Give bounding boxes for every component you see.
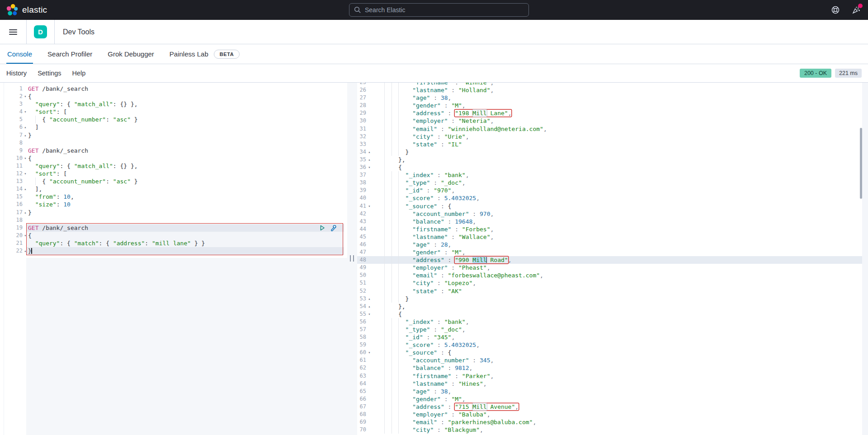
code-line[interactable]: 56 "_index" : "bank", — [357, 318, 868, 326]
code-line[interactable]: 62 "balance" : 9812, — [357, 364, 868, 372]
code-line[interactable]: 45 "lastname" : "Wallace", — [357, 233, 868, 241]
help-life-ring-icon[interactable] — [831, 5, 840, 14]
menu-hamburger-icon[interactable] — [9, 29, 17, 35]
fold-toggle-icon[interactable]: ▴ — [23, 209, 28, 216]
code-line[interactable]: 61 "account_number" : 345, — [357, 356, 868, 364]
code-line[interactable]: 49 "employer" : "Pheast", — [357, 264, 868, 271]
code-line[interactable]: 46 "age" : 28, — [357, 241, 868, 248]
code-line[interactable]: 3 "query": { "match_all": {} }, — [0, 100, 347, 108]
code-line[interactable]: 31 "email" : "winnieholland@neteria.com"… — [357, 125, 868, 133]
fold-toggle-icon[interactable]: ▴ — [366, 148, 373, 156]
tab-grok-debugger[interactable]: Grok Debugger — [107, 44, 155, 64]
code-line[interactable]: 10▾{ — [0, 154, 347, 162]
code-line[interactable]: 28 "gender" : "M", — [357, 102, 868, 109]
code-line[interactable]: 33 "state" : "IL" — [357, 140, 868, 148]
code-line[interactable]: 12▾ "sort": [ — [0, 170, 347, 178]
fold-toggle-icon[interactable]: ▾ — [23, 108, 28, 116]
fold-toggle-icon[interactable]: ▾ — [366, 164, 373, 171]
code-line[interactable]: 58 "_id" : "345", — [357, 333, 868, 341]
fold-toggle-icon[interactable]: ▾ — [23, 154, 28, 162]
fold-toggle-icon[interactable]: ▴ — [23, 131, 28, 139]
newsfeed-party-popper-icon[interactable] — [852, 5, 861, 14]
code-line[interactable]: 55▾ { — [357, 310, 868, 318]
code-line[interactable]: 69 "email" : "parkerhines@baluba.com", — [357, 418, 868, 426]
code-line[interactable]: 20▾{ — [0, 232, 347, 239]
fold-toggle-icon[interactable]: ▴ — [366, 303, 373, 310]
fold-toggle-icon[interactable]: ▾ — [23, 232, 28, 239]
code-line[interactable]: 53▴ } — [357, 295, 868, 303]
splitter-grab-handle[interactable] — [350, 255, 354, 262]
code-line[interactable]: 8 — [0, 139, 347, 147]
fold-toggle-icon[interactable]: ▾ — [23, 93, 28, 100]
code-line[interactable]: 48 "address" : "990 Mill Road", — [357, 256, 868, 264]
fold-toggle-icon[interactable]: ▴ — [366, 156, 373, 164]
code-line[interactable]: 9GET /bank/_search — [0, 147, 347, 154]
global-search-input[interactable]: Search Elastic — [349, 3, 529, 17]
code-line[interactable]: 18 — [0, 216, 347, 224]
fold-toggle-icon[interactable]: ▴ — [23, 247, 28, 255]
elastic-logo[interactable]: elastic — [0, 4, 47, 16]
code-line[interactable]: 67 "address" : "715 Mill Avenue", — [357, 403, 868, 411]
code-line[interactable]: 44 "firstname" : "Forbes", — [357, 225, 868, 233]
code-line[interactable]: 4▾ "sort": [ — [0, 108, 347, 116]
fold-toggle-icon[interactable]: ▾ — [366, 349, 373, 356]
code-line[interactable]: 54▴ }, — [357, 303, 868, 310]
code-line[interactable]: 19GET /bank/_search — [0, 224, 347, 232]
code-line[interactable]: 35▴ }, — [357, 156, 868, 164]
space-avatar[interactable]: D — [34, 25, 47, 38]
fold-toggle-icon[interactable]: ▴ — [23, 185, 28, 193]
code-line[interactable]: 59 "_score" : 5.4032025, — [357, 341, 868, 349]
fold-toggle-icon[interactable]: ▾ — [366, 202, 373, 210]
fold-toggle-icon[interactable]: ▴ — [23, 123, 28, 131]
code-line[interactable]: 41▾ "_source" : { — [357, 202, 868, 210]
code-line[interactable]: 34▴ } — [357, 148, 868, 156]
code-line[interactable]: 39 "_id" : "970", — [357, 187, 868, 194]
fold-toggle-icon[interactable]: ▴ — [366, 295, 373, 303]
code-line[interactable]: 17▴} — [0, 209, 347, 216]
code-line[interactable]: 11 "query": { "match_all": {} }, — [0, 162, 347, 170]
code-line[interactable]: 64 "lastname" : "Hines", — [357, 380, 868, 388]
code-line[interactable]: 26 "lastname" : "Holland", — [357, 86, 868, 94]
code-line[interactable]: 37 "_index" : "bank", — [357, 171, 868, 179]
code-line[interactable]: 25 "firstname" : "Winnie", — [357, 83, 868, 86]
code-line[interactable]: 21 "query": { "match": { "address": "mil… — [0, 239, 347, 247]
code-line[interactable]: 16 "size": 10 — [0, 201, 347, 208]
code-line[interactable]: 43 "balance" : 19648, — [357, 218, 868, 225]
code-line[interactable]: 57 "_type" : "_doc", — [357, 326, 868, 333]
code-line[interactable]: 7▴} — [0, 131, 347, 139]
code-line[interactable]: 14▴ ], — [0, 185, 347, 193]
fold-toggle-icon[interactable]: ▾ — [23, 170, 28, 178]
tab-console[interactable]: Console — [6, 44, 33, 64]
code-line[interactable]: 30 "employer" : "Neteria", — [357, 117, 868, 125]
code-line[interactable]: 51 "city" : "Lopezo", — [357, 279, 868, 287]
code-line[interactable]: 22▴} — [0, 247, 347, 255]
code-line[interactable]: 1GET /bank/_search — [0, 85, 347, 93]
tab-painless-lab[interactable]: Painless Lab — [169, 44, 209, 64]
scrollbar-thumb[interactable] — [860, 128, 862, 199]
tab-search-profiler[interactable]: Search Profiler — [47, 44, 93, 64]
response-viewer[interactable]: 25 "firstname" : "Winnie",26 "lastname" … — [357, 83, 868, 435]
code-line[interactable]: 13 { "account_number": "asc" } — [0, 178, 347, 185]
code-line[interactable]: 38 "_type" : "_doc", — [357, 179, 868, 187]
history-menu[interactable]: History — [6, 70, 27, 77]
code-line[interactable]: 63 "firstname" : "Parker", — [357, 372, 868, 380]
code-line[interactable]: 2▾{ — [0, 93, 347, 100]
code-line[interactable]: 66 "gender" : "M", — [357, 395, 868, 403]
code-line[interactable]: 6▴ ] — [0, 123, 347, 131]
code-line[interactable]: 65 "age" : 38, — [357, 388, 868, 395]
code-line[interactable]: 5 { "account_number": "asc" } — [0, 116, 347, 123]
code-line[interactable]: 60▾ "_source" : { — [357, 349, 868, 356]
code-line[interactable]: 70 "city" : "Blackgum", — [357, 426, 868, 434]
code-line[interactable]: 42 "account_number" : 970, — [357, 210, 868, 218]
code-line[interactable]: 50 "email" : "forbeswallace@pheast.com", — [357, 271, 868, 279]
code-line[interactable]: 68 "employer" : "Baluba", — [357, 411, 868, 418]
code-line[interactable]: 29 "address" : "198 Mill Lane", — [357, 109, 868, 117]
request-options-wrench-icon[interactable] — [330, 225, 337, 231]
code-line[interactable]: 36▾ { — [357, 164, 868, 171]
request-editor[interactable]: 1GET /bank/_search2▾{3 "query": { "match… — [0, 83, 347, 435]
code-line[interactable]: 47 "gender" : "M", — [357, 248, 868, 256]
code-line[interactable]: 32 "city" : "Urie", — [357, 133, 868, 140]
send-request-button[interactable] — [319, 225, 326, 231]
pane-splitter[interactable] — [347, 83, 357, 435]
code-line[interactable]: 52 "state" : "AK" — [357, 287, 868, 295]
